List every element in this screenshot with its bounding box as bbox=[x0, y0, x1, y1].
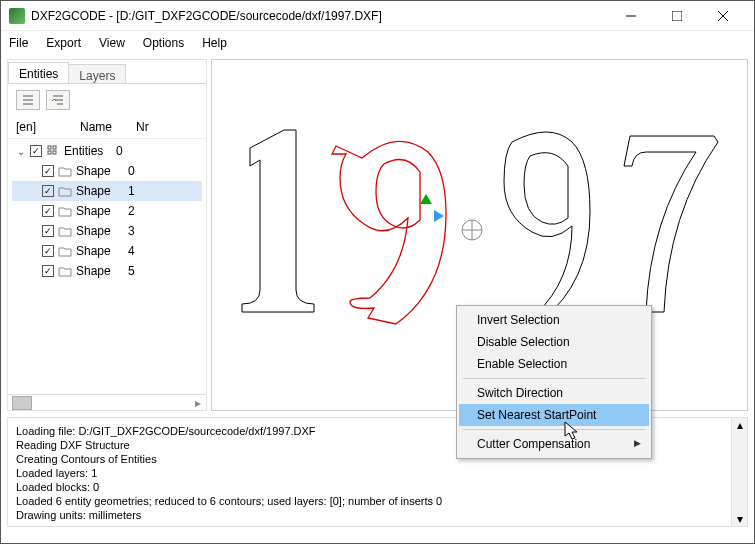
log-line: Loaded 6 entity geometries; reduced to 6… bbox=[16, 494, 739, 508]
entities-icon bbox=[46, 145, 60, 157]
tree-label: Shape bbox=[76, 224, 124, 238]
tree-row[interactable]: ✓ Shape 2 bbox=[12, 201, 202, 221]
app-icon bbox=[9, 8, 25, 24]
entities-panel: Entities Layers [en] Name Nr ⌄ ✓ Entitie… bbox=[7, 59, 207, 411]
tab-layers[interactable]: Layers bbox=[68, 64, 126, 83]
menu-help[interactable]: Help bbox=[202, 36, 227, 50]
tab-entities[interactable]: Entities bbox=[8, 62, 69, 83]
checkbox[interactable]: ✓ bbox=[42, 185, 54, 197]
panel-toolbar bbox=[8, 84, 206, 116]
folder-icon bbox=[58, 225, 72, 237]
collapse-all-button[interactable] bbox=[16, 90, 40, 110]
svg-rect-1 bbox=[672, 11, 682, 21]
tree-row[interactable]: ✓ Shape 3 bbox=[12, 221, 202, 241]
log-line: Drawing units: millimeters bbox=[16, 508, 739, 522]
tree-label: Shape bbox=[76, 204, 124, 218]
log-scrollbar[interactable]: ▴▾ bbox=[731, 418, 747, 526]
tree-nr: 0 bbox=[116, 144, 132, 158]
menu-export[interactable]: Export bbox=[46, 36, 81, 50]
checkbox[interactable]: ✓ bbox=[42, 245, 54, 257]
tree-row[interactable]: ✓ Shape 0 bbox=[12, 161, 202, 181]
checkbox[interactable]: ✓ bbox=[42, 265, 54, 277]
menu-bar: File Export View Options Help bbox=[1, 31, 754, 55]
tree-headers: [en] Name Nr bbox=[8, 116, 206, 139]
log-line: Loaded layers: 1 bbox=[16, 466, 739, 480]
entity-tree[interactable]: ⌄ ✓ Entities 0 ✓ Shape 0 ✓ Shape 1 ✓ bbox=[8, 139, 206, 394]
menu-view[interactable]: View bbox=[99, 36, 125, 50]
svg-rect-4 bbox=[48, 146, 51, 149]
expand-icon[interactable]: ⌄ bbox=[16, 146, 26, 157]
scroll-thumb[interactable] bbox=[12, 396, 32, 410]
folder-icon bbox=[58, 205, 72, 217]
menu-enable-selection[interactable]: Enable Selection bbox=[459, 353, 649, 375]
tree-nr: 1 bbox=[128, 184, 144, 198]
start-arrow-green bbox=[420, 194, 432, 204]
svg-rect-5 bbox=[53, 146, 56, 149]
horizontal-scrollbar[interactable]: ▸ bbox=[8, 394, 206, 410]
checkbox[interactable]: ✓ bbox=[42, 225, 54, 237]
window-controls bbox=[608, 1, 746, 31]
tree-label: Shape bbox=[76, 184, 124, 198]
window-title: DXF2GCODE - [D:/GIT_DXF2GCODE/sourcecode… bbox=[31, 9, 608, 23]
log-line: Loaded blocks: 0 bbox=[16, 480, 739, 494]
folder-icon bbox=[58, 165, 72, 177]
menu-cutter-compensation[interactable]: Cutter Compensation bbox=[459, 433, 649, 455]
tree-row[interactable]: ✓ Shape 4 bbox=[12, 241, 202, 261]
context-menu: Invert Selection Disable Selection Enabl… bbox=[456, 305, 652, 459]
panel-tabs: Entities Layers bbox=[8, 60, 206, 84]
menu-options[interactable]: Options bbox=[143, 36, 184, 50]
tree-row-root[interactable]: ⌄ ✓ Entities 0 bbox=[12, 141, 202, 161]
folder-icon bbox=[58, 245, 72, 257]
title-bar: DXF2GCODE - [D:/GIT_DXF2GCODE/sourcecode… bbox=[1, 1, 754, 31]
menu-file[interactable]: File bbox=[9, 36, 28, 50]
tree-nr: 3 bbox=[128, 224, 144, 238]
menu-disable-selection[interactable]: Disable Selection bbox=[459, 331, 649, 353]
tree-label: Shape bbox=[76, 244, 124, 258]
tree-row-selected[interactable]: ✓ Shape 1 bbox=[12, 181, 202, 201]
folder-icon bbox=[58, 185, 72, 197]
header-nr: Nr bbox=[136, 120, 160, 134]
tree-row[interactable]: ✓ Shape 5 bbox=[12, 261, 202, 281]
menu-invert-selection[interactable]: Invert Selection bbox=[459, 309, 649, 331]
tree-label: Entities bbox=[64, 144, 112, 158]
tree-nr: 2 bbox=[128, 204, 144, 218]
checkbox[interactable]: ✓ bbox=[42, 205, 54, 217]
svg-rect-6 bbox=[48, 151, 51, 154]
svg-rect-7 bbox=[53, 151, 56, 154]
expand-all-button[interactable] bbox=[46, 90, 70, 110]
tree-nr: 4 bbox=[128, 244, 144, 258]
menu-switch-direction[interactable]: Switch Direction bbox=[459, 382, 649, 404]
tree-nr: 5 bbox=[128, 264, 144, 278]
tree-label: Shape bbox=[76, 164, 124, 178]
maximize-button[interactable] bbox=[654, 1, 700, 31]
header-en: [en] bbox=[16, 120, 80, 134]
direction-arrow-blue bbox=[434, 210, 444, 222]
scroll-right-arrow[interactable]: ▸ bbox=[190, 396, 206, 410]
close-button[interactable] bbox=[700, 1, 746, 31]
header-name: Name bbox=[80, 120, 136, 134]
folder-icon bbox=[58, 265, 72, 277]
minimize-button[interactable] bbox=[608, 1, 654, 31]
tree-label: Shape bbox=[76, 264, 124, 278]
checkbox[interactable]: ✓ bbox=[42, 165, 54, 177]
tree-nr: 0 bbox=[128, 164, 144, 178]
checkbox[interactable]: ✓ bbox=[30, 145, 42, 157]
menu-set-nearest-startpoint[interactable]: Set Nearest StartPoint bbox=[459, 404, 649, 426]
